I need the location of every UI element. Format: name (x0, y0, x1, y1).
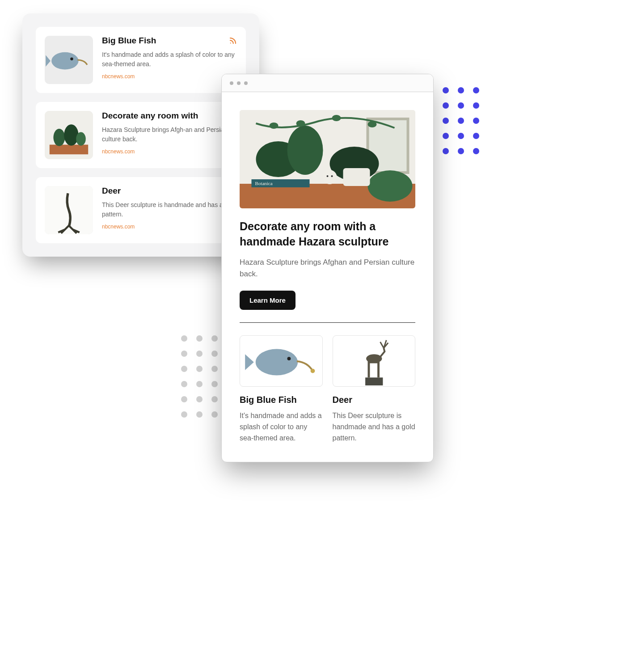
section-divider (240, 322, 415, 323)
svg-point-27 (287, 357, 291, 360)
svg-point-0 (51, 52, 78, 70)
deer-icon (333, 336, 415, 386)
svg-point-24 (327, 175, 329, 177)
svg-point-6 (64, 124, 78, 146)
svg-point-28 (311, 369, 315, 373)
fish-icon (240, 336, 322, 386)
fish-icon (45, 36, 93, 84)
list-item-description: It's handmade and adds a splash of color… (102, 50, 237, 69)
list-item[interactable]: Decorate any room with Hazara Sculpture … (36, 102, 246, 168)
rss-icon[interactable] (229, 37, 237, 46)
list-item-source[interactable]: nbcnews.com (102, 224, 237, 230)
browser-chrome (222, 74, 433, 92)
svg-point-18 (270, 123, 279, 129)
deer-icon (45, 186, 93, 234)
product-card[interactable]: Deer This Deer sculpture is handmade and… (333, 335, 416, 444)
svg-point-21 (368, 121, 377, 127)
window-control-dot (244, 81, 248, 85)
svg-rect-4 (50, 145, 88, 155)
svg-point-23 (323, 170, 337, 184)
svg-rect-22 (343, 168, 370, 186)
list-item-description: Hazara Sculpture brings Afgh-an and Pers… (102, 125, 237, 144)
list-item-title: Deer (102, 186, 237, 196)
list-item-source[interactable]: nbcnews.com (102, 148, 237, 155)
product-card[interactable]: Big Blue Fish It's handmade and adds a s… (240, 335, 323, 444)
hero-title: Decorate any room with a handmade Hazara… (240, 219, 415, 249)
window-control-dot (237, 81, 241, 85)
list-item-thumbnail (45, 36, 93, 84)
plants-room-image: Botanica (240, 110, 415, 208)
svg-point-7 (76, 132, 86, 146)
list-item-title: Big Blue Fish (102, 36, 237, 46)
list-item-source[interactable]: nbcnews.com (102, 73, 237, 80)
svg-rect-29 (365, 378, 383, 386)
product-image (333, 335, 416, 387)
svg-point-17 (368, 170, 413, 202)
list-item-description: This Deer sculpture is handmade and has … (102, 200, 237, 219)
hero-description: Hazara Sculpture brings Afghan and Persi… (240, 257, 415, 280)
svg-point-1 (70, 58, 73, 60)
svg-point-26 (256, 349, 298, 376)
list-item-thumbnail (45, 186, 93, 234)
svg-point-25 (331, 175, 333, 177)
svg-point-15 (287, 126, 323, 175)
svg-point-20 (332, 115, 341, 121)
product-description: This Deer sculpture is handmade and has … (333, 410, 416, 444)
window-control-dot (230, 81, 233, 85)
product-description: It's handmade and adds a splash of color… (240, 410, 323, 444)
list-item-thumbnail (45, 111, 93, 159)
product-title: Deer (333, 395, 416, 405)
decorative-dots-gray (181, 335, 218, 418)
svg-point-5 (53, 129, 65, 146)
product-image (240, 335, 323, 387)
list-item-title: Decorate any room with (102, 111, 237, 121)
plants-icon (45, 111, 93, 159)
svg-point-2 (230, 42, 231, 43)
browser-window: Botanica Decorate any room with a handma… (221, 74, 434, 462)
svg-text:Botanica: Botanica (255, 181, 273, 186)
svg-point-30 (366, 354, 382, 363)
svg-point-19 (296, 120, 305, 127)
product-title: Big Blue Fish (240, 395, 323, 405)
product-grid: Big Blue Fish It's handmade and adds a s… (240, 335, 415, 444)
list-item[interactable]: Deer This Deer sculpture is handmade and… (36, 177, 246, 243)
list-item[interactable]: Big Blue Fish It's handmade and adds a s… (36, 27, 246, 93)
learn-more-button[interactable]: Learn More (240, 291, 296, 310)
hero-image: Botanica (240, 110, 415, 208)
decorative-dots-blue (443, 87, 479, 154)
